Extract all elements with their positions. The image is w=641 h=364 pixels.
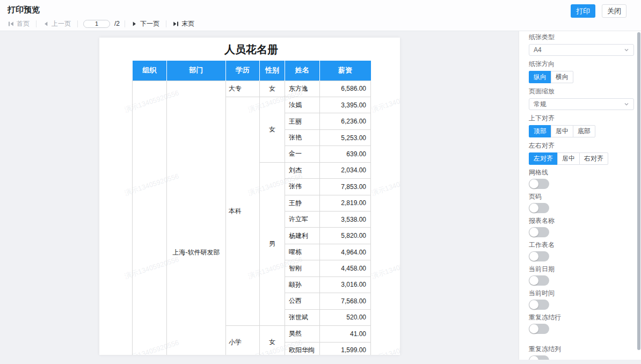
toggles-section: 网格线页码报表名称工作表名当前日期当前时间重复冻结行重复冻结列	[529, 169, 629, 360]
orientation-button-group: 纵向横向	[529, 71, 573, 83]
salary-cell: 7,568.00	[320, 293, 371, 309]
next-page-icon	[132, 21, 137, 27]
vertical-align-option-0[interactable]: 顶部	[529, 125, 551, 137]
repeat-frozen-cols-toggle[interactable]	[529, 355, 549, 360]
current-time-label: 当前时间	[529, 289, 629, 297]
last-page-label: 末页	[181, 19, 194, 28]
watermark-text: 演示13405920556	[370, 88, 400, 115]
gender-cell: 男	[260, 162, 285, 325]
sheet-name-label: 工作表名	[529, 241, 629, 249]
name-cell: 智刚	[285, 260, 320, 276]
page-number-label: 页码	[529, 193, 629, 200]
page-scale-label: 页面缩放	[529, 88, 629, 95]
print-button[interactable]: 打印	[571, 4, 595, 18]
orientation-option-1[interactable]: 横向	[551, 71, 573, 83]
watermark-text: 演示13405920556	[370, 254, 400, 281]
last-page-button[interactable]: 末页	[170, 19, 197, 28]
repeat-frozen-rows-label: 重复冻结行	[529, 314, 629, 321]
first-page-icon	[8, 21, 14, 27]
name-cell: 曜栋	[285, 244, 320, 260]
sheet-name-toggle[interactable]	[529, 251, 549, 261]
salary-cell: 4,458.00	[320, 260, 371, 276]
toggle-knob	[529, 252, 538, 261]
topbar: 打印预览 打印 关闭 首页 上一页 /2 下一页 末页	[0, 0, 641, 31]
dept-cell: 上海-软件研发部	[167, 81, 226, 355]
page-number-toggle[interactable]	[529, 203, 549, 213]
salary-cell: 639.00	[320, 146, 371, 162]
salary-cell: 1,599.00	[320, 342, 371, 355]
column-header-3: 性别	[260, 61, 285, 81]
report-name-toggle[interactable]	[529, 227, 549, 237]
next-page-button[interactable]: 下一页	[129, 19, 162, 28]
name-cell: 颛孙	[285, 276, 320, 293]
name-cell: 张世斌	[285, 309, 320, 325]
first-page-button[interactable]: 首页	[5, 19, 32, 28]
main-area: 演示13405920556演示13405920556演示13405920556演…	[0, 31, 641, 360]
prev-page-label: 上一页	[52, 19, 71, 28]
name-cell: 王静	[285, 195, 320, 211]
salary-cell: 4,964.00	[320, 244, 371, 260]
pager: 首页 上一页 /2 下一页 末页	[5, 18, 197, 30]
name-cell: 金一	[285, 146, 320, 162]
report-table-body: 上海-软件研发部大专女东方逸6,586.00本科女汝嫣3,395.00王丽6,2…	[133, 81, 371, 355]
preview-canvas: 演示13405920556演示13405920556演示13405920556演…	[0, 31, 519, 360]
salary-cell: 520.00	[320, 309, 371, 325]
print-paper: 演示13405920556演示13405920556演示13405920556演…	[99, 38, 400, 355]
gridlines-label: 网格线	[529, 169, 629, 176]
sidebar-scrollbar[interactable]	[637, 31, 641, 360]
salary-cell: 41.00	[320, 326, 371, 342]
horizontal-align-option-2[interactable]: 右对齐	[579, 152, 608, 165]
toggle-knob	[529, 179, 538, 188]
prev-page-button[interactable]: 上一页	[40, 19, 74, 28]
name-cell: 昊然	[285, 326, 320, 342]
salary-cell: 5,820.00	[320, 228, 371, 244]
horizontal-align-label: 左右对齐	[529, 142, 629, 149]
page-title: 打印预览	[8, 5, 40, 15]
salary-cell: 3,016.00	[320, 276, 371, 293]
name-cell: 刘杰	[285, 162, 320, 178]
scrollbar-thumb[interactable]	[637, 32, 640, 350]
current-date-toggle[interactable]	[529, 275, 549, 286]
column-header-4: 姓名	[285, 61, 320, 81]
orientation-label: 纸张方向	[529, 60, 629, 68]
vertical-align-button-group: 顶部居中底部	[529, 125, 595, 137]
horizontal-align-option-0[interactable]: 左对齐	[529, 152, 558, 165]
horizontal-align-option-1[interactable]: 居中	[557, 152, 580, 165]
prev-page-icon	[43, 21, 49, 27]
toggle-knob	[529, 276, 538, 285]
salary-cell: 3,395.00	[320, 97, 371, 113]
page-scale-select[interactable]: 常规	[529, 98, 634, 110]
edu-cell: 本科	[226, 97, 260, 325]
vertical-align-option-2[interactable]: 底部	[573, 125, 595, 137]
salary-cell: 5,253.00	[320, 129, 371, 145]
gender-cell: 女	[260, 326, 285, 355]
close-button[interactable]: 关闭	[602, 4, 627, 18]
name-cell: 杨建利	[285, 228, 320, 244]
page-total: /2	[114, 20, 120, 27]
toggle-knob	[529, 356, 538, 360]
current-time-toggle[interactable]	[529, 300, 549, 310]
column-header-1: 部门	[167, 61, 226, 81]
salary-cell: 6,236.00	[320, 113, 371, 129]
pager-divider	[77, 20, 78, 27]
salary-cell: 7,853.00	[320, 179, 371, 195]
vertical-align-option-1[interactable]: 居中	[551, 125, 573, 137]
salary-cell: 2,034.00	[320, 162, 371, 178]
paper-type-select[interactable]: A4	[529, 44, 634, 56]
salary-cell: 6,586.00	[320, 81, 371, 97]
name-cell: 张伟	[285, 179, 320, 195]
page-number-input[interactable]	[83, 20, 110, 28]
orientation-option-0[interactable]: 纵向	[529, 71, 551, 83]
first-page-label: 首页	[17, 19, 30, 28]
vertical-align-label: 上下对齐	[529, 114, 629, 122]
table-header-row: 组织部门学历性别姓名薪资	[133, 61, 371, 81]
repeat-frozen-rows-toggle[interactable]	[529, 324, 549, 334]
toggle-knob	[529, 228, 538, 237]
horizontal-align-button-group: 左对齐居中右对齐	[529, 152, 608, 165]
column-header-5: 薪资	[320, 61, 371, 81]
chevron-down-icon	[624, 101, 629, 107]
settings-sidebar: 纸张类型 A4 纸张方向 纵向横向 页面缩放 常规 上下对齐 顶部居中底部 左右…	[519, 31, 637, 360]
repeat-frozen-cols-label: 重复冻结列	[529, 345, 629, 353]
gridlines-toggle[interactable]	[529, 179, 549, 189]
pager-divider	[36, 20, 37, 27]
